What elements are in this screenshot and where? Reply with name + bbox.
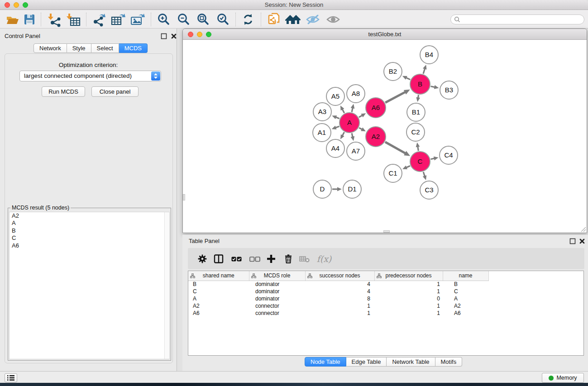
select-all-icon[interactable] (231, 253, 243, 265)
table-cell[interactable]: connector (249, 310, 305, 317)
list-item[interactable]: B (10, 227, 169, 234)
table-cell[interactable]: 1 (374, 310, 443, 317)
list-item[interactable]: A2 (10, 212, 169, 219)
hide-eye-icon[interactable] (305, 12, 321, 27)
table-cell[interactable]: A6 (188, 310, 249, 317)
show-column-icon[interactable] (213, 253, 225, 265)
graph-edge-A2-C[interactable] (385, 142, 406, 154)
table-row[interactable]: Bdominator41B (188, 281, 583, 288)
network-canvas[interactable]: B4B2BB3B1A5A8A6A3AA1A2A4A7C2C4CC1C3DD1 (183, 40, 587, 233)
zoom-fit-icon[interactable] (195, 12, 211, 27)
home-icon[interactable] (285, 12, 301, 27)
graph-node-label: A8 (352, 90, 360, 97)
mcds-result-list[interactable]: A2ABCA6 (9, 212, 170, 359)
function-builder-icon[interactable]: f(x) (315, 253, 333, 265)
new-network-from-selection-icon[interactable] (266, 12, 282, 27)
column-header-MCDS-role[interactable]: MCDS role (249, 271, 305, 281)
export-table-icon[interactable] (110, 12, 126, 27)
table-cell[interactable]: connector (249, 302, 305, 310)
table-cell[interactable]: C (443, 288, 488, 295)
optimization-criterion-label: Optimization criterion: (0, 62, 177, 68)
table-cell[interactable]: 0 (374, 295, 443, 302)
table-row[interactable]: A2connector11A2 (188, 302, 583, 310)
delete-table-icon[interactable] (299, 253, 311, 265)
bottom-splitter-handle[interactable] (383, 230, 390, 233)
zoom-in-icon[interactable] (155, 12, 172, 27)
table-cell[interactable]: 1 (305, 302, 374, 310)
main-toolbar (0, 10, 588, 29)
list-item[interactable]: C (10, 234, 169, 242)
table-row[interactable]: Adominator80A (188, 295, 583, 302)
tab-style[interactable]: Style (67, 43, 91, 53)
save-session-icon[interactable] (21, 12, 38, 27)
close-panel-button[interactable]: Close panel (91, 86, 139, 97)
graph-node-label: C1 (388, 169, 397, 177)
table-cell[interactable]: 8 (305, 295, 374, 302)
zoom-selected-icon[interactable] (215, 12, 231, 27)
tab-network-table[interactable]: Network Table (387, 357, 435, 367)
left-splitter-handle[interactable] (183, 194, 185, 200)
log-console-button[interactable] (5, 373, 17, 382)
add-column-icon[interactable] (265, 253, 277, 265)
show-eye-icon[interactable] (325, 12, 341, 27)
graph-node-label: C (418, 157, 423, 165)
graph-edge-A6-B[interactable] (385, 92, 406, 103)
open-session-icon[interactable] (4, 12, 20, 27)
table-cell[interactable]: B (188, 281, 249, 288)
table-row[interactable]: A6connector11A6 (188, 310, 583, 317)
table-row[interactable]: Cdominator41C (188, 288, 583, 295)
optimization-criterion-select[interactable]: largest connected component (directed) (19, 71, 161, 81)
table-cell[interactable]: 1 (374, 302, 443, 310)
refresh-icon[interactable] (240, 12, 256, 27)
list-item[interactable]: A6 (10, 242, 169, 249)
search-input[interactable] (462, 16, 584, 23)
table-cell[interactable]: 1 (374, 288, 443, 295)
table-cell[interactable]: A2 (188, 302, 249, 310)
table-cell[interactable]: C (188, 288, 249, 295)
import-table-icon[interactable] (66, 12, 82, 27)
list-scrollbar[interactable] (164, 212, 169, 359)
export-network-icon[interactable] (91, 12, 107, 27)
column-header-name[interactable]: name (443, 271, 488, 281)
delete-column-icon[interactable] (282, 253, 294, 265)
table-options-icon[interactable] (196, 253, 208, 265)
column-header-predecessor-nodes[interactable]: predecessor nodes (374, 271, 443, 281)
column-header-shared-name[interactable]: shared name (188, 271, 249, 281)
table-cell[interactable]: dominator (249, 281, 305, 288)
node-table: shared nameMCDS rolesuccessor nodesprede… (188, 271, 584, 356)
tab-mcds[interactable]: MCDS (119, 43, 148, 53)
float-panel-icon[interactable] (161, 33, 167, 40)
tab-select[interactable]: Select (91, 43, 119, 53)
resize-grip-icon[interactable] (580, 226, 586, 232)
list-item[interactable]: A (10, 219, 169, 227)
table-cell[interactable]: B (443, 281, 488, 288)
tab-edge-table[interactable]: Edge Table (346, 357, 387, 367)
table-cell[interactable]: 1 (374, 281, 443, 288)
zoom-out-icon[interactable] (175, 12, 191, 27)
export-image-icon[interactable] (129, 12, 145, 27)
table-cell[interactable]: A6 (443, 310, 488, 317)
tab-motifs[interactable]: Motifs (435, 357, 463, 367)
tab-network[interactable]: Network (33, 43, 67, 53)
graph-node-label: C2 (411, 128, 420, 136)
float-table-panel-icon[interactable] (569, 238, 576, 245)
deselect-all-icon[interactable] (249, 253, 261, 265)
network-window-titlebar[interactable]: testGlobe.txt (183, 29, 587, 40)
column-header-successor-nodes[interactable]: successor nodes (305, 271, 374, 281)
memory-button[interactable]: Memory (542, 373, 584, 383)
import-network-icon[interactable] (47, 12, 63, 27)
table-cell[interactable]: A2 (443, 302, 488, 310)
table-cell[interactable]: dominator (249, 295, 305, 302)
table-cell[interactable]: 4 (305, 281, 374, 288)
table-cell[interactable]: dominator (249, 288, 305, 295)
graph-node-label: A5 (331, 92, 339, 100)
close-panel-icon[interactable] (171, 33, 177, 40)
close-table-panel-icon[interactable] (579, 238, 586, 245)
table-cell[interactable]: 1 (305, 310, 374, 317)
tab-node-table[interactable]: Node Table (305, 357, 346, 367)
table-cell[interactable]: A (443, 295, 488, 302)
run-mcds-button[interactable]: Run MCDS (42, 86, 85, 97)
table-cell[interactable]: A (188, 295, 249, 302)
search-box[interactable] (450, 14, 584, 24)
table-cell[interactable]: 4 (305, 288, 374, 295)
